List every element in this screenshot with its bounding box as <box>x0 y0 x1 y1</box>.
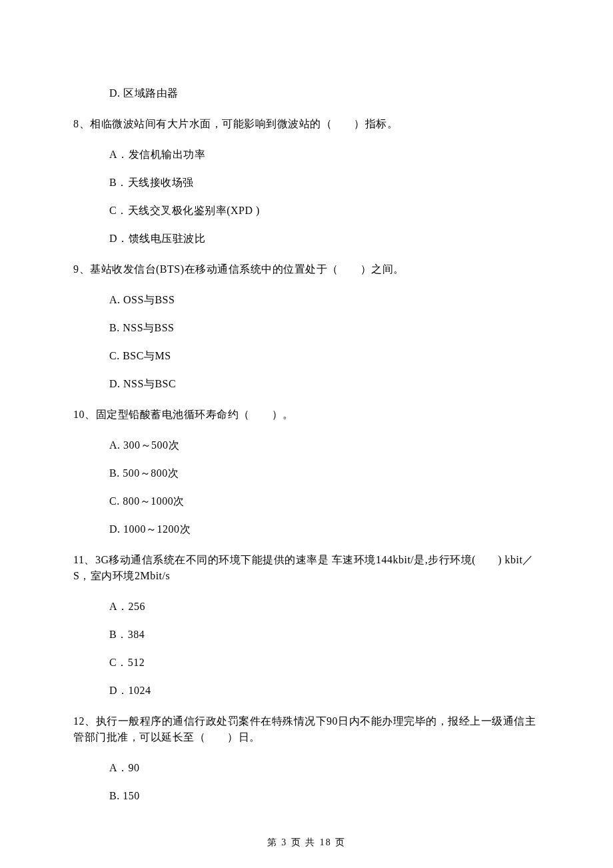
q8-text: 8、相临微波站间有大片水面，可能影响到微波站的（ ）指标。 <box>73 116 540 132</box>
q11-option-d: D．1024 <box>73 683 540 699</box>
q10-option-a: A. 300～500次 <box>73 437 540 453</box>
q11-text: 11、3G移动通信系统在不同的环境下能提供的速率是 车速环境144kbit/是,… <box>73 552 540 584</box>
q7-option-d: D. 区域路由器 <box>73 85 540 101</box>
q8-option-b: B．天线接收场强 <box>73 175 540 191</box>
q10-option-b: B. 500～800次 <box>73 465 540 481</box>
document-page: D. 区域路由器 8、相临微波站间有大片水面，可能影响到微波站的（ ）指标。 A… <box>0 0 613 868</box>
q12-option-a: A．90 <box>73 760 540 776</box>
q9-option-d: D. NSS与BSC <box>73 376 540 392</box>
q9-option-b: B. NSS与BSS <box>73 320 540 336</box>
page-footer: 第 3 页 共 18 页 <box>0 835 613 849</box>
q8-option-d: D．馈线电压驻波比 <box>73 231 540 247</box>
q8-option-c: C．天线交叉极化鉴别率(XPD ) <box>73 203 540 219</box>
q10-option-c: C. 800～1000次 <box>73 493 540 509</box>
q9-option-c: C. BSC与MS <box>73 348 540 364</box>
q11-option-a: A．256 <box>73 599 540 615</box>
q11-option-b: B．384 <box>73 627 540 643</box>
q10-text: 10、固定型铅酸蓄电池循环寿命约（ ）。 <box>73 407 540 423</box>
q9-text: 9、基站收发信台(BTS)在移动通信系统中的位置处于（ ）之间。 <box>73 261 540 277</box>
q12-option-b: B. 150 <box>73 788 540 804</box>
q8-option-a: A．发信机输出功率 <box>73 147 540 163</box>
q12-text: 12、执行一般程序的通信行政处罚案件在特殊情况下90日内不能办理完毕的，报经上一… <box>73 713 540 745</box>
q9-option-a: A. OSS与BSS <box>73 292 540 308</box>
q11-option-c: C．512 <box>73 655 540 671</box>
q10-option-d: D. 1000～1200次 <box>73 521 540 537</box>
